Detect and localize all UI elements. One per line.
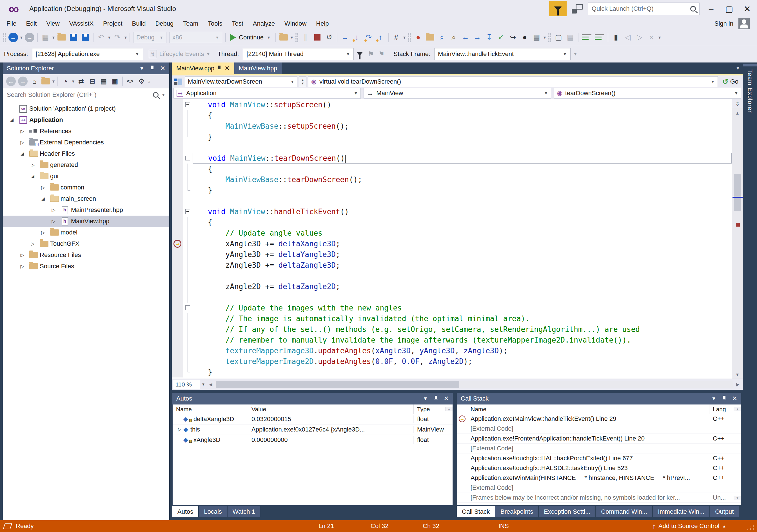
tree-item-generated[interactable]: ▷generated — [3, 159, 169, 171]
step-into-icon[interactable]: ↓ — [351, 32, 363, 44]
code-text[interactable]: // Update angle values — [193, 228, 732, 238]
call-stack-frame[interactable]: Application.exe!WinMain(HINSTANCE__ * hI… — [457, 473, 741, 483]
search-options-caret-icon[interactable]: ▼ — [161, 93, 165, 97]
code-gutter[interactable] — [172, 185, 183, 196]
user-avatar-icon[interactable] — [739, 18, 750, 29]
expander-icon[interactable]: ▷ — [176, 427, 183, 432]
zoom-level-dropdown[interactable]: 110 % — [173, 380, 200, 389]
code-text[interactable]: } — [193, 367, 732, 377]
call-stack-frame[interactable]: [External Code] — [457, 424, 741, 434]
save-icon[interactable] — [68, 32, 79, 44]
editor-vertical-scrollbar[interactable]: ⇕ ▲ ▼ — [732, 99, 743, 379]
call-stack-frame[interactable]: Application.exe!touchgfx::HAL::backPorch… — [457, 454, 741, 463]
expander-icon[interactable]: ▷ — [17, 128, 27, 134]
tree-item-mainview-hpp[interactable]: ▷hMainView.hpp — [3, 216, 169, 227]
expander-icon[interactable]: ▷ — [17, 252, 27, 258]
code-text[interactable]: } — [193, 185, 732, 196]
code-gutter[interactable] — [172, 324, 183, 335]
code-text[interactable]: } — [193, 132, 732, 142]
se-forward-icon[interactable]: → — [18, 76, 28, 86]
tree-item-application[interactable]: ◢++Application — [3, 114, 169, 126]
va-go-button[interactable]: ↺ Go — [719, 76, 741, 87]
code-gutter[interactable] — [172, 260, 183, 271]
code-gutter[interactable] — [172, 281, 183, 292]
dropdown-caret-icon[interactable]: ▼ — [657, 35, 662, 40]
tree-item-gui[interactable]: ◢gui — [3, 171, 169, 182]
tree-item-solution-application-1-project-[interactable]: ∞Solution 'Application' (1 project) — [3, 103, 169, 114]
wrench-icon[interactable]: ⚙ — [136, 75, 147, 87]
undo-icon[interactable]: ↶ — [95, 32, 107, 44]
outdent-icon[interactable] — [595, 34, 604, 41]
call-stack-col-lang[interactable]: Lang — [710, 404, 734, 414]
tab-command-win-[interactable]: Command Win... — [596, 506, 652, 517]
flag-icon[interactable]: ⚑ — [368, 50, 374, 58]
redo-icon[interactable]: ↷ — [111, 32, 123, 44]
navigate-forward-icon[interactable]: → — [25, 33, 34, 42]
flagged-only-icon[interactable]: ⚑ — [378, 50, 385, 58]
horizontal-scrollbar-thumb[interactable] — [216, 381, 459, 388]
next-bookmark-icon[interactable]: ▷ — [634, 32, 646, 44]
overflow-chevron-icon[interactable]: » — [147, 79, 152, 84]
call-stack-frame[interactable]: →Application.exe!MainView::handleTickEve… — [457, 414, 741, 424]
code-text[interactable]: xAngle3D += deltaXangle3D; — [193, 238, 732, 249]
code-gutter[interactable]: → — [172, 238, 183, 249]
menu-edit[interactable]: Edit — [21, 17, 42, 30]
va-options-icon[interactable]: ▦ — [530, 32, 542, 44]
call-stack-frame[interactable]: [Frames below may be incorrect and/or mi… — [457, 493, 741, 503]
code-text[interactable] — [193, 271, 732, 281]
pin-icon[interactable] — [218, 66, 221, 71]
code-gutter[interactable] — [172, 356, 183, 367]
autos-col-value[interactable]: Value — [248, 404, 414, 414]
property-pages-icon[interactable]: ▤ — [564, 32, 576, 44]
code-gutter[interactable] — [172, 367, 183, 377]
code-text[interactable]: { — [193, 217, 732, 228]
code-gutter[interactable] — [172, 206, 183, 217]
tree-item-mainpresenter-hpp[interactable]: ▷hMainPresenter.hpp — [3, 204, 169, 216]
zoom-caret-icon[interactable]: ▼ — [200, 382, 207, 386]
tree-item-source-files[interactable]: ▷Source Files — [3, 261, 169, 272]
call-stack-frame[interactable]: Application.exe!FrontendApplication::han… — [457, 434, 741, 444]
tree-item-model[interactable]: ▷model — [3, 227, 169, 238]
expander-icon[interactable]: ▷ — [38, 230, 48, 236]
tab-call-stack[interactable]: Call Stack — [457, 506, 495, 517]
process-dropdown[interactable]: [21628] Application.exe▼ — [32, 48, 143, 60]
new-project-icon[interactable]: ▦ — [40, 32, 51, 44]
resize-grip[interactable] — [746, 523, 755, 530]
va-spellcheck-icon[interactable]: ✓ — [495, 32, 507, 44]
menu-help[interactable]: Help — [311, 17, 333, 30]
code-gutter[interactable] — [172, 303, 183, 313]
autos-col-name[interactable]: Name — [173, 404, 248, 414]
code-text[interactable]: // If any of the set..() methods (e.g. s… — [193, 324, 732, 335]
va-paste-icon[interactable]: ↧ — [483, 32, 495, 44]
code-gutter[interactable] — [172, 110, 183, 121]
code-gutter[interactable] — [172, 228, 183, 238]
code-text[interactable]: { — [193, 163, 732, 174]
pointer-icon[interactable]: ▢ — [553, 32, 564, 44]
code-gutter[interactable] — [172, 313, 183, 324]
dropdown-caret-icon[interactable]: ▼ — [542, 35, 547, 40]
menu-window[interactable]: Window — [280, 17, 311, 30]
call-stack-frame[interactable]: [External Code] — [457, 483, 741, 493]
expander-icon[interactable]: ◢ — [7, 117, 17, 122]
call-stack-header[interactable]: Call Stack ▼ ✕ — [457, 393, 741, 404]
sign-in-link[interactable]: Sign in — [714, 20, 733, 27]
tab-immediate-win-[interactable]: Immediate Win... — [653, 506, 710, 517]
close-button[interactable]: ✕ — [741, 4, 754, 14]
dropdown-caret-icon[interactable]: ▼ — [289, 35, 294, 40]
code-text[interactable]: // Update the images with the new angles — [193, 303, 732, 313]
code-gutter[interactable] — [172, 345, 183, 356]
scroll-down-icon[interactable]: ▼ — [732, 372, 743, 377]
window-position-icon[interactable]: ▼ — [139, 66, 144, 72]
add-to-source-control-button[interactable]: ↑ Add to Source Control ▲ — [652, 522, 726, 531]
code-gutter[interactable] — [172, 249, 183, 260]
scroll-up-icon[interactable]: ▲ — [732, 111, 743, 115]
autos-row[interactable]: ◆deltaXangle3D0.0320000015float — [173, 414, 453, 425]
expander-icon[interactable]: ▷ — [17, 140, 27, 146]
scroll-right-icon[interactable]: ▶ — [734, 382, 742, 387]
debugbar-overflow-icon[interactable]: ▼ — [573, 52, 577, 56]
va-open-file-icon[interactable] — [424, 32, 436, 44]
switch-views-icon[interactable] — [40, 75, 51, 87]
horizontal-scrollbar[interactable] — [215, 381, 733, 388]
solution-search-input[interactable]: Search Solution Explorer (Ctrl+¨) ▼ — [3, 88, 169, 101]
save-all-icon[interactable] — [79, 32, 91, 44]
